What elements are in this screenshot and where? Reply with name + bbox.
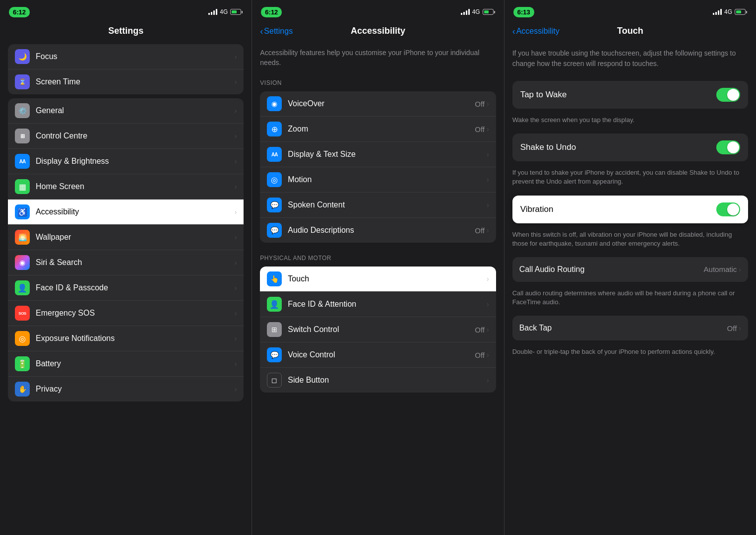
vibration-toggle[interactable] xyxy=(716,202,740,216)
control-centre-icon: ⊞ xyxy=(15,129,30,143)
settings-item-display-brightness[interactable]: AA Display & Brightness › xyxy=(8,149,244,174)
settings-item-voice-control[interactable]: 💬 Voice Control Off › xyxy=(260,342,496,368)
settings-list-1: 🌙 Focus › ⌛ Screen Time › ⚙️ General xyxy=(0,42,252,535)
settings-item-exposure[interactable]: ◎ Exposure Notifications › xyxy=(8,326,244,351)
settings-item-battery[interactable]: 🔋 Battery › xyxy=(8,351,244,377)
shake-to-undo-label: Shake to Undo xyxy=(520,142,576,152)
group-physical: 👆 Touch › 👤 Face ID & Attention › ⊞ Swit… xyxy=(260,267,496,393)
motion-icon: ◎ xyxy=(267,172,282,187)
zoom-value: Off xyxy=(475,125,485,134)
accessibility-list: Accessibility features help you customis… xyxy=(252,42,504,535)
tap-to-wake-desc: Wake the screen when you tap the display… xyxy=(504,113,756,132)
settings-item-back-tap[interactable]: Back Tap Off › xyxy=(512,316,748,340)
vibration-desc: When this switch is off, all vibration o… xyxy=(504,227,756,255)
touch-nav-title: Touch xyxy=(617,26,643,36)
focus-chevron: › xyxy=(235,53,237,61)
settings-item-privacy[interactable]: ✋ Privacy › xyxy=(8,377,244,401)
touch-settings-list: If you have trouble using the touchscree… xyxy=(504,42,756,535)
settings-item-motion[interactable]: ◎ Motion › xyxy=(260,167,496,193)
battery-label: Battery xyxy=(36,359,61,368)
general-label: General xyxy=(36,106,64,115)
privacy-icon: ✋ xyxy=(15,382,30,397)
voiceover-value: Off xyxy=(475,100,485,108)
side-button-icon: ◻ xyxy=(267,373,282,388)
focus-label: Focus xyxy=(36,52,58,61)
settings-item-switch-control[interactable]: ⊞ Switch Control Off › xyxy=(260,317,496,342)
zoom-icon: ⊕ xyxy=(267,122,282,136)
audio-descriptions-value: Off xyxy=(475,226,485,235)
tap-to-wake-toggle[interactable] xyxy=(716,88,740,102)
settings-item-touch[interactable]: 👆 Touch › xyxy=(260,267,496,292)
shake-to-undo-toggle[interactable] xyxy=(716,140,740,154)
status-time-2: 6:12 xyxy=(261,7,282,17)
audio-descriptions-label: Audio Descriptions xyxy=(288,226,354,235)
battery-icon-3 xyxy=(735,9,747,15)
touch-label: Touch xyxy=(288,274,309,283)
screen-time-label: Screen Time xyxy=(36,77,80,86)
call-audio-value: Automatic xyxy=(704,265,737,273)
settings-item-voiceover[interactable]: ◉ VoiceOver Off › xyxy=(260,91,496,117)
settings-title: Settings xyxy=(108,26,143,36)
back-chevron: ‹ xyxy=(260,27,263,36)
face-id-passcode-label: Face ID & Passcode xyxy=(36,283,108,292)
settings-item-screen-time[interactable]: ⌛ Screen Time › xyxy=(8,69,244,94)
accessibility-nav-title: Accessibility xyxy=(351,26,405,36)
accessibility-description: Accessibility features help you customis… xyxy=(252,42,504,71)
vibration-row: Vibration xyxy=(512,196,748,223)
settings-item-focus[interactable]: 🌙 Focus › xyxy=(8,44,244,69)
settings-item-spoken-content[interactable]: 💬 Spoken Content › xyxy=(260,193,496,218)
touch-description: If you have trouble using the touchscree… xyxy=(504,42,756,79)
settings-item-face-id-attention[interactable]: 👤 Face ID & Attention › xyxy=(260,292,496,317)
exposure-label: Exposure Notifications xyxy=(36,334,115,343)
display-text-icon: AA xyxy=(267,147,282,162)
settings-item-home-screen[interactable]: ▦ Home Screen › xyxy=(8,174,244,200)
settings-item-emergency-sos[interactable]: SOS Emergency SOS › xyxy=(8,301,244,326)
switch-control-icon: ⊞ xyxy=(267,322,282,337)
signal-label-3: 4G xyxy=(724,8,732,15)
status-right-3: 4G xyxy=(713,8,747,15)
signal-bars-1 xyxy=(208,9,217,15)
settings-item-display-text[interactable]: AA Display & Text Size › xyxy=(260,142,496,167)
settings-item-audio-descriptions[interactable]: 💬 Audio Descriptions Off › xyxy=(260,218,496,243)
settings-item-accessibility[interactable]: ♿ Accessibility › xyxy=(8,200,244,225)
tap-to-wake-row: Tap to Wake xyxy=(512,81,748,109)
back-chevron-touch: ‹ xyxy=(512,27,515,36)
face-id-attention-icon: 👤 xyxy=(267,297,282,312)
shake-to-undo-knob xyxy=(727,141,739,153)
status-time-1: 6:12 xyxy=(9,7,30,17)
privacy-label: Privacy xyxy=(36,385,62,394)
face-id-attention-label: Face ID & Attention xyxy=(288,300,356,309)
siri-search-icon: ◉ xyxy=(15,255,30,270)
back-to-settings[interactable]: ‹ Settings xyxy=(260,27,293,36)
settings-item-control-centre[interactable]: ⊞ Control Centre › xyxy=(8,124,244,149)
settings-item-call-audio[interactable]: Call Audio Routing Automatic › xyxy=(512,257,748,282)
settings-item-zoom[interactable]: ⊕ Zoom Off › xyxy=(260,117,496,142)
focus-icon: 🌙 xyxy=(15,49,30,64)
screen-time-chevron: › xyxy=(235,78,237,86)
wallpaper-icon: 🌅 xyxy=(15,230,30,245)
call-audio-desc: Call audio routing determines where audi… xyxy=(504,286,756,314)
home-screen-label: Home Screen xyxy=(36,182,84,191)
group-vision: ◉ VoiceOver Off › ⊕ Zoom Off › xyxy=(260,91,496,243)
settings-item-face-id-passcode[interactable]: 👤 Face ID & Passcode › xyxy=(8,275,244,301)
status-right-2: 4G xyxy=(461,8,495,15)
back-tap-label: Back Tap xyxy=(519,324,552,333)
settings-item-siri-search[interactable]: ◉ Siri & Search › xyxy=(8,250,244,275)
display-brightness-label: Display & Brightness xyxy=(36,157,109,166)
physical-section-header: PHYSICAL AND MOTOR xyxy=(252,247,504,265)
back-tap-value: Off xyxy=(727,324,737,333)
motion-label: Motion xyxy=(288,175,312,184)
home-screen-icon: ▦ xyxy=(15,179,30,194)
control-centre-label: Control Centre xyxy=(36,132,87,140)
touch-icon: 👆 xyxy=(267,271,282,286)
settings-item-side-button[interactable]: ◻ Side Button › xyxy=(260,368,496,393)
voice-control-value: Off xyxy=(475,351,485,359)
shake-to-undo-row: Shake to Undo xyxy=(512,134,748,161)
signal-bars-3 xyxy=(713,9,722,15)
settings-item-wallpaper[interactable]: 🌅 Wallpaper › xyxy=(8,225,244,250)
back-to-accessibility[interactable]: ‹ Accessibility xyxy=(512,27,560,36)
accessibility-icon: ♿ xyxy=(15,204,30,219)
back-tap-desc: Double- or triple-tap the back of your i… xyxy=(504,344,756,363)
settings-item-general[interactable]: ⚙️ General › xyxy=(8,98,244,124)
exposure-icon: ◎ xyxy=(15,331,30,346)
